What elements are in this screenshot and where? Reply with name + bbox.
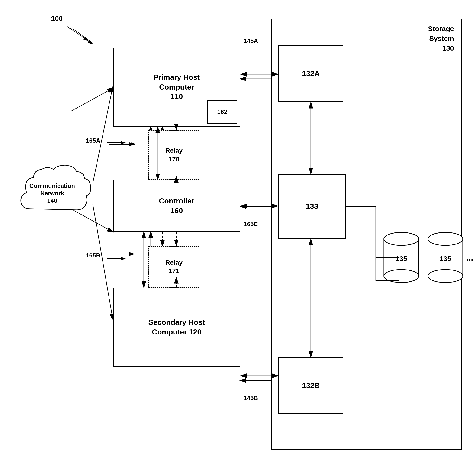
label-165b: 165B <box>86 252 100 260</box>
svg-text:135: 135 <box>439 255 451 262</box>
cylinder-135b: 135 <box>427 232 464 283</box>
box-132b: 132B <box>278 357 343 414</box>
svg-text:135: 135 <box>395 255 407 262</box>
ellipsis: ... <box>466 253 473 263</box>
primary-host-box: Primary HostComputer110 162 <box>113 48 240 127</box>
svg-text:Network: Network <box>40 190 64 197</box>
box-133: 133 <box>278 174 346 239</box>
svg-line-40 <box>93 204 113 320</box>
controller-label: Controller160 <box>159 196 194 216</box>
svg-point-30 <box>428 232 463 245</box>
secondary-host-label: Secondary HostComputer 120 <box>149 318 205 337</box>
relay-170-box: Relay170 <box>149 130 200 180</box>
label-165c: 165C <box>244 220 258 228</box>
controller-box: Controller160 <box>113 180 240 232</box>
svg-point-29 <box>428 270 463 283</box>
box-162: 162 <box>207 101 237 124</box>
label-100: 100 <box>51 14 63 23</box>
label-145a: 145A <box>244 37 258 45</box>
svg-line-3 <box>67 27 88 41</box>
box-132a: 132A <box>278 45 343 102</box>
secondary-host-box: Secondary HostComputer 120 <box>113 288 240 367</box>
svg-line-39 <box>93 86 113 183</box>
primary-host-label: Primary HostComputer110 <box>153 73 200 102</box>
svg-text:Communication: Communication <box>30 182 75 189</box>
relay-171-label: Relay171 <box>165 258 183 275</box>
cylinder-135a: 135 <box>383 232 420 283</box>
diagram-container: 100 Primary HostComputer110 162 145A Sto… <box>0 0 473 476</box>
relay-170-label: Relay170 <box>165 146 183 163</box>
svg-point-25 <box>384 232 419 245</box>
label-145b: 145B <box>244 394 258 402</box>
label-165a: 165A <box>86 137 100 145</box>
svg-point-24 <box>384 270 419 283</box>
relay-171-box: Relay171 <box>149 246 200 288</box>
svg-text:140: 140 <box>47 197 57 204</box>
svg-line-4 <box>71 88 113 111</box>
comm-network-cloud: Communication Network 140 <box>12 158 93 223</box>
storage-system-label: StorageSystem130 <box>428 24 454 53</box>
